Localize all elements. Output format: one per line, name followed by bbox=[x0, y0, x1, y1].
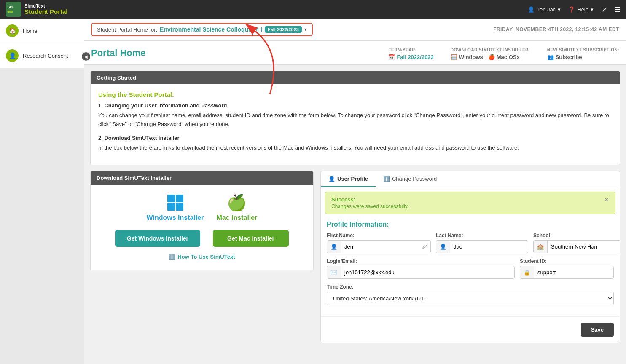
download-section: DOWNLOAD SIMUTEXT INSTALLER: 🪟 Windows 🍎… bbox=[451, 48, 530, 60]
portal-header: Portal Home TERM/YEAR: 📅 Fall 2022/2023 … bbox=[84, 41, 626, 65]
email-input[interactable] bbox=[341, 267, 514, 278]
subscribe-text: Subscribe bbox=[556, 54, 582, 60]
download-box: Download SimUText Installer Windows Inst… bbox=[90, 171, 314, 270]
help-menu[interactable]: ❓ Help ▾ bbox=[568, 6, 594, 13]
sidebar-item-home[interactable]: 🏠 Home bbox=[0, 19, 84, 43]
subscribe-section: NEW SIMUTEXT SUBSCRIPTION: 👥 Subscribe bbox=[547, 48, 619, 60]
subscribe-label: NEW SIMUTEXT SUBSCRIPTION: bbox=[547, 48, 619, 52]
timezone-select[interactable]: United States: America/New York (UT... bbox=[327, 292, 614, 305]
success-close-button[interactable]: ✕ bbox=[604, 196, 609, 203]
success-text: Success: Changes were saved successfully… bbox=[331, 196, 409, 209]
sidebar: 🏠 Home 👤 Research Consent ◀ bbox=[0, 19, 84, 364]
win-pane-3 bbox=[167, 203, 175, 211]
user-dropdown-arrow: ▾ bbox=[558, 6, 561, 13]
student-id-label: Student ID: bbox=[520, 258, 614, 264]
user-icon: 👤 bbox=[528, 6, 535, 13]
email-icon: ✉️ bbox=[327, 266, 341, 278]
portal-title: Portal Home bbox=[91, 48, 146, 59]
student-id-icon: 🔒 bbox=[520, 266, 534, 278]
term-section: TERM/YEAR: 📅 Fall 2022/2023 bbox=[388, 48, 433, 60]
first-name-group: First Name: 👤 🖊 bbox=[327, 233, 431, 253]
save-button[interactable]: Save bbox=[581, 323, 614, 337]
sidebar-home-label: Home bbox=[23, 28, 38, 34]
mac-installer-item: 🍏 Mac Installer bbox=[216, 195, 257, 222]
apple-logo-icon: 🍏 bbox=[227, 195, 247, 211]
simbio-logo: Sim Bio bbox=[6, 2, 21, 17]
term-badge: Fall 2022/2023 bbox=[265, 26, 302, 33]
first-name-label: First Name: bbox=[327, 233, 431, 238]
last-name-person-icon: 👤 bbox=[436, 241, 450, 253]
mac-installer-link[interactable]: 🍎 Mac OSx bbox=[488, 54, 520, 60]
timezone-row: Time Zone: United States: America/New Yo… bbox=[327, 284, 614, 305]
course-selector-prefix: Student Portal Home for: bbox=[97, 27, 157, 33]
school-group: School: 🏫 bbox=[533, 233, 620, 253]
download-box-body: Windows Installer 🍏 Mac Installer Get Wi… bbox=[91, 185, 313, 270]
sidebar-collapse-button[interactable]: ◀ bbox=[82, 52, 90, 61]
last-name-group: Last Name: 👤 bbox=[436, 233, 528, 253]
profile-form: First Name: 👤 🖊 Last Name: 👤 bbox=[321, 233, 620, 316]
email-group: Login/Email: ✉️ bbox=[327, 258, 515, 279]
term-value: Fall 2022/2023 bbox=[397, 54, 433, 60]
menu-icon[interactable]: ☰ bbox=[614, 5, 620, 13]
windows-installer-link[interactable]: 🪟 Windows bbox=[451, 54, 483, 60]
research-consent-icon: 👤 bbox=[6, 49, 19, 62]
first-name-input[interactable] bbox=[341, 241, 419, 252]
school-input[interactable] bbox=[548, 241, 620, 252]
get-mac-installer-button[interactable]: Get Mac Installer bbox=[213, 230, 289, 247]
expand-icon[interactable]: ⤢ bbox=[601, 5, 607, 13]
student-id-input[interactable] bbox=[534, 267, 613, 278]
brand-name: SimuText bbox=[24, 3, 68, 8]
step1-text: You can change your first/last name, ema… bbox=[98, 111, 612, 129]
tab-change-password[interactable]: ℹ️ Change Password bbox=[376, 171, 444, 187]
win-pane-4 bbox=[176, 203, 183, 211]
sidebar-item-research-consent[interactable]: 👤 Research Consent bbox=[0, 43, 84, 68]
timezone-label: Time Zone: bbox=[327, 284, 614, 290]
download-label: DOWNLOAD SIMUTEXT INSTALLER: bbox=[451, 48, 530, 52]
user-profile-tab-icon: 👤 bbox=[328, 176, 335, 182]
getting-started-section: Getting Started Using the Student Portal… bbox=[90, 71, 620, 165]
svg-text:Sim: Sim bbox=[8, 5, 14, 9]
how-to-icon: ℹ️ bbox=[169, 254, 175, 260]
term-label: TERM/YEAR: bbox=[388, 48, 433, 52]
first-name-input-wrap: 👤 🖊 bbox=[327, 240, 431, 253]
win-pane-2 bbox=[176, 195, 183, 202]
help-label: Help bbox=[577, 6, 588, 13]
bottom-area: Download SimUText Installer Windows Inst… bbox=[90, 171, 620, 343]
how-to-link[interactable]: ℹ️ How To Use SimUText bbox=[101, 254, 303, 260]
step2-text: In the box below there are links to down… bbox=[98, 144, 612, 153]
sidebar-research-label: Research Consent bbox=[23, 53, 68, 59]
calendar-icon: 📅 bbox=[388, 54, 395, 60]
help-icon: ❓ bbox=[568, 6, 575, 13]
email-input-wrap: ✉️ bbox=[327, 266, 515, 279]
download-box-title: Download SimUText Installer bbox=[97, 175, 172, 181]
course-dropdown-arrow: ▾ bbox=[304, 27, 307, 32]
success-message: Changes were saved successfully! bbox=[331, 203, 409, 209]
svg-rect-0 bbox=[6, 2, 21, 17]
apple-nav-icon: 🍎 bbox=[488, 54, 495, 60]
subscribe-link[interactable]: 👥 Subscribe bbox=[547, 54, 619, 60]
main-content: Student Portal Home for: Environmental S… bbox=[84, 19, 626, 343]
installer-icons-row: Windows Installer 🍏 Mac Installer bbox=[101, 195, 303, 222]
course-selector[interactable]: Student Portal Home for: Environmental S… bbox=[91, 23, 313, 36]
get-windows-installer-button[interactable]: Get Windows Installer bbox=[115, 230, 200, 247]
last-name-input[interactable] bbox=[450, 241, 528, 252]
subscribe-icon: 👥 bbox=[547, 54, 554, 60]
top-nav: Sim Bio SimuText Student Portal 👤 Jen Ja… bbox=[0, 0, 626, 19]
windows-link-label: Windows bbox=[459, 54, 483, 60]
user-menu[interactable]: 👤 Jen Jac ▾ bbox=[528, 6, 561, 13]
school-icon: 🏫 bbox=[534, 241, 548, 253]
tab-user-profile[interactable]: 👤 User Profile bbox=[321, 171, 376, 187]
name-school-row: First Name: 👤 🖊 Last Name: 👤 bbox=[327, 233, 614, 253]
profile-tabs: 👤 User Profile ℹ️ Change Password bbox=[321, 171, 620, 187]
installer-buttons-row: Get Windows Installer Get Mac Installer bbox=[101, 230, 303, 247]
user-name: Jen Jac bbox=[537, 6, 556, 13]
term-link[interactable]: 📅 Fall 2022/2023 bbox=[388, 54, 433, 60]
last-name-input-wrap: 👤 bbox=[436, 240, 528, 253]
win-pane-1 bbox=[167, 195, 175, 202]
change-password-tab-icon: ℹ️ bbox=[383, 176, 390, 182]
step1-title: 1. Changing your User Information and Pa… bbox=[98, 102, 612, 109]
header-right-area: TERM/YEAR: 📅 Fall 2022/2023 DOWNLOAD SIM… bbox=[388, 48, 619, 60]
email-label: Login/Email: bbox=[327, 258, 515, 264]
profile-info-title: Profile Information: bbox=[321, 218, 620, 233]
course-bar: Student Portal Home for: Environmental S… bbox=[84, 19, 626, 41]
